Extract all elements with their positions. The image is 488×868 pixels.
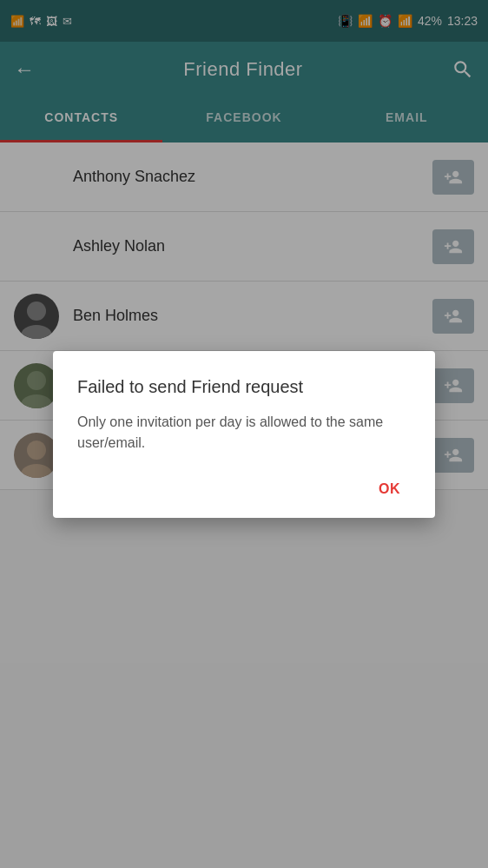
error-dialog: Failed to send Friend request Only one i… (53, 351, 435, 518)
dialog-title: Failed to send Friend request (77, 375, 411, 398)
dialog-ok-button[interactable]: OK (368, 474, 411, 504)
dialog-overlay: Failed to send Friend request Only one i… (0, 0, 488, 868)
dialog-actions: OK (77, 474, 411, 504)
dialog-message: Only one invitation per day is allowed t… (77, 412, 411, 454)
